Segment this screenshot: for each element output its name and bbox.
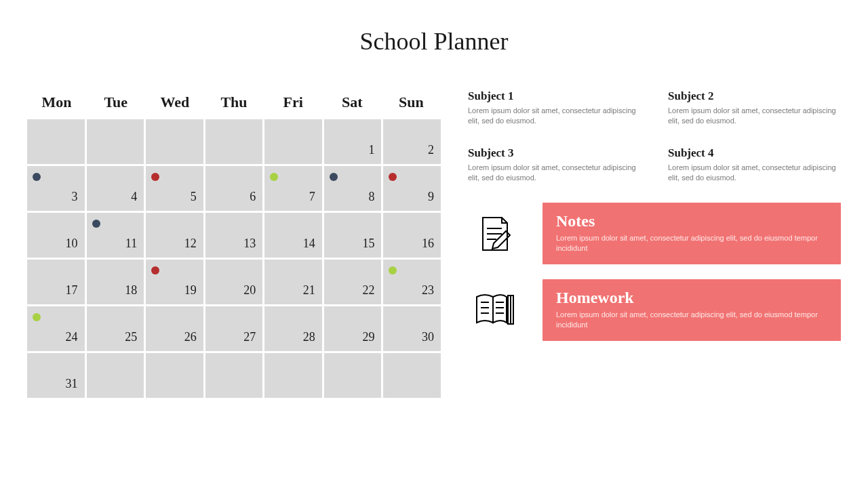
homework-body: Lorem ipsum dolor sit amet, consectetur … [556, 310, 827, 330]
calendar-cell: 19 [146, 260, 203, 304]
subject-4-body: Lorem ipsum dolor sit amet, consectetur … [668, 163, 841, 183]
subjects-grid: Subject 1 Lorem ipsum dolor sit amet, co… [468, 89, 841, 182]
calendar-cell [205, 119, 263, 164]
day-number: 18 [125, 283, 137, 298]
notes-panel: Notes Lorem ipsum dolor sit amet, consec… [542, 203, 841, 264]
subject-4: Subject 4 Lorem ipsum dolor sit amet, co… [668, 146, 841, 183]
calendar-cell [87, 353, 144, 398]
calendar-cell: 1 [324, 119, 382, 164]
subject-2-body: Lorem ipsum dolor sit amet, consectetur … [668, 106, 841, 126]
subject-3-body: Lorem ipsum dolor sit amet, consectetur … [468, 163, 641, 183]
calendar-cell: 24 [27, 306, 85, 351]
calendar-cell: 30 [383, 306, 441, 351]
calendar-cell: 20 [205, 260, 263, 304]
subject-1-title: Subject 1 [468, 89, 641, 103]
calendar-cell: 7 [264, 166, 322, 211]
event-dot-icon [389, 173, 397, 181]
calendar-cell: 21 [264, 260, 322, 304]
calendar-cell: 14 [264, 213, 322, 258]
homework-icon [468, 291, 522, 328]
calendar-cell [264, 119, 322, 164]
day-number: 21 [303, 283, 315, 298]
weekday-thu: Thu [204, 89, 263, 115]
notes-body: Lorem ipsum dolor sit amet, consectetur … [556, 233, 827, 253]
weekday-sat: Sat [323, 89, 382, 115]
calendar-cell: 31 [27, 353, 85, 398]
day-number: 9 [428, 190, 434, 204]
notes-row: Notes Lorem ipsum dolor sit amet, consec… [468, 203, 841, 264]
event-dot-icon [33, 313, 41, 321]
day-number: 10 [66, 237, 78, 251]
day-number: 29 [362, 330, 374, 344]
calendar-header: Mon Tue Wed Thu Fri Sat Sun [27, 89, 441, 115]
calendar-cell: 11 [87, 213, 144, 258]
calendar-cell: 6 [205, 166, 263, 211]
subject-3: Subject 3 Lorem ipsum dolor sit amet, co… [468, 146, 641, 183]
day-number: 23 [422, 283, 434, 298]
calendar-cell [146, 119, 203, 164]
notes-title: Notes [556, 212, 827, 230]
day-number: 12 [184, 237, 197, 251]
day-number: 20 [243, 283, 256, 298]
calendar-cell: 10 [27, 213, 85, 258]
calendar-cell: 4 [87, 166, 144, 211]
calendar-cell [264, 353, 322, 398]
calendar-cell: 9 [383, 166, 441, 211]
calendar-cell: 28 [264, 306, 322, 351]
subject-4-title: Subject 4 [668, 146, 841, 160]
day-number: 22 [362, 283, 374, 298]
calendar-cell: 15 [324, 213, 382, 258]
calendar-cell: 23 [383, 260, 441, 304]
day-number: 3 [72, 190, 78, 204]
event-dot-icon [270, 173, 278, 181]
day-number: 16 [422, 237, 434, 251]
day-number: 19 [184, 283, 197, 298]
day-number: 7 [309, 190, 315, 204]
day-number: 5 [191, 190, 197, 204]
day-number: 31 [66, 377, 78, 391]
day-number: 2 [428, 143, 434, 157]
calendar-cell [27, 119, 85, 164]
day-number: 27 [243, 330, 256, 344]
notes-icon [468, 214, 522, 254]
page-title: School Planner [27, 27, 841, 56]
event-dot-icon [151, 173, 159, 181]
day-number: 25 [125, 330, 137, 344]
subject-2-title: Subject 2 [668, 89, 841, 103]
calendar-grid: 1234567891011121314151617181920212223242… [27, 119, 441, 398]
homework-title: Homework [556, 289, 827, 307]
content-area: Mon Tue Wed Thu Fri Sat Sun 123456789101… [27, 89, 841, 398]
event-dot-icon [151, 266, 159, 274]
calendar-cell: 18 [87, 260, 144, 304]
subject-2: Subject 2 Lorem ipsum dolor sit amet, co… [668, 89, 841, 126]
day-number: 17 [66, 283, 78, 298]
calendar-cell: 17 [27, 260, 85, 304]
day-number: 30 [422, 330, 434, 344]
subject-3-title: Subject 3 [468, 146, 641, 160]
day-number: 4 [131, 190, 137, 204]
day-number: 8 [368, 190, 374, 204]
subject-1: Subject 1 Lorem ipsum dolor sit amet, co… [468, 89, 641, 126]
weekday-tue: Tue [86, 89, 145, 115]
weekday-wed: Wed [145, 89, 204, 115]
homework-panel: Homework Lorem ipsum dolor sit amet, con… [542, 279, 841, 341]
calendar-cell: 22 [324, 260, 382, 304]
event-dot-icon [389, 266, 397, 274]
right-column: Subject 1 Lorem ipsum dolor sit amet, co… [468, 89, 841, 398]
calendar-cell: 3 [27, 166, 85, 211]
weekday-sun: Sun [382, 89, 441, 115]
calendar-cell: 2 [383, 119, 441, 164]
calendar-cell: 5 [146, 166, 203, 211]
day-number: 1 [368, 143, 374, 157]
day-number: 13 [243, 237, 256, 251]
event-dot-icon [92, 220, 100, 228]
calendar-cell [146, 353, 203, 398]
calendar-cell: 29 [324, 306, 382, 351]
day-number: 6 [250, 190, 256, 204]
day-number: 14 [303, 237, 315, 251]
event-dot-icon [33, 173, 41, 181]
calendar-cell: 26 [146, 306, 203, 351]
day-number: 28 [303, 330, 315, 344]
event-dot-icon [330, 173, 338, 181]
day-number: 15 [362, 237, 374, 251]
